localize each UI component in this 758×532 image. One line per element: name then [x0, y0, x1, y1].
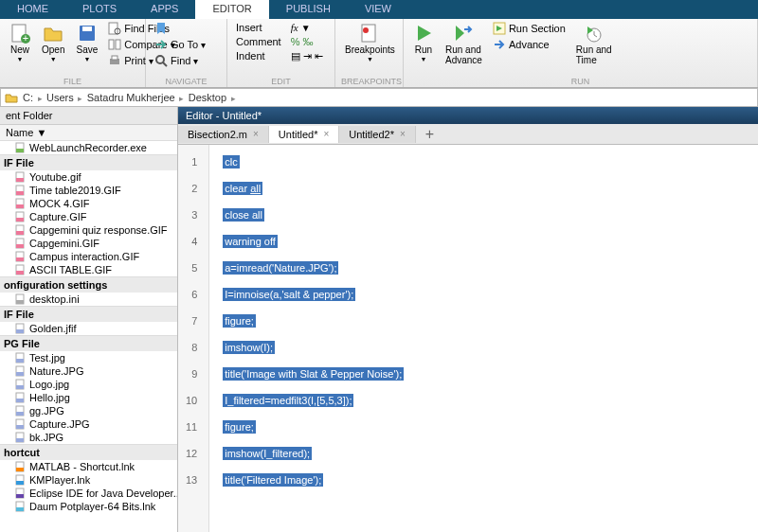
breadcrumb-item[interactable]: C:: [21, 92, 35, 103]
file-icon: [15, 418, 27, 430]
run-time-button[interactable]: Run and Time: [572, 21, 616, 67]
tab-plots[interactable]: PLOTS: [65, 0, 134, 19]
close-icon[interactable]: ×: [253, 129, 259, 139]
svg-rect-51: [16, 438, 24, 442]
file-icon: [15, 293, 27, 305]
file-item[interactable]: desktop.ini: [0, 293, 177, 306]
editor-tab[interactable]: Untitled*×: [269, 126, 339, 143]
main-tabs: HOMEPLOTSAPPSEDITORPUBLISHVIEW: [0, 0, 758, 19]
open-button[interactable]: Open▼: [38, 21, 68, 64]
editor-tab[interactable]: Untitled2*×: [339, 126, 416, 143]
file-icon: [15, 474, 27, 486]
file-item[interactable]: Campus interaction.GIF: [0, 250, 177, 263]
svg-rect-10: [112, 56, 117, 60]
tab-apps[interactable]: APPS: [134, 0, 195, 19]
editor-tab[interactable]: Bisection2.m×: [178, 126, 269, 143]
file-item[interactable]: Time table2019.GIF: [0, 184, 177, 197]
file-item[interactable]: bk.JPG: [0, 431, 177, 444]
file-item[interactable]: Logo.jpg: [0, 378, 177, 391]
advance-button[interactable]: Advance: [490, 37, 568, 52]
tab-publish[interactable]: PUBLISH: [269, 0, 348, 19]
fx-button[interactable]: fx ▼: [288, 21, 326, 34]
svg-rect-33: [16, 271, 24, 275]
breadcrumb-item[interactable]: Satadru Mukherjee: [85, 92, 177, 103]
run-section-button[interactable]: Run Section: [490, 21, 568, 36]
svg-rect-12: [362, 25, 375, 42]
breadcrumb: C: ▸ Users ▸ Satadru Mukherjee ▸ Desktop…: [0, 88, 758, 107]
file-item[interactable]: Daum Potplayer-64 Bits.lnk: [0, 500, 177, 513]
svg-rect-21: [16, 191, 24, 195]
file-icon: [15, 224, 27, 236]
indent-tools[interactable]: ▤ ⇥ ⇤: [288, 49, 326, 63]
navigate-group-label: NAVIGATE: [152, 76, 221, 86]
ribbon: +New▼ Open▼ Save▼ Find Files Compare ▾ P…: [0, 19, 758, 88]
file-icon: [15, 238, 27, 249]
file-icon: [15, 171, 27, 183]
close-icon[interactable]: ×: [323, 129, 329, 139]
file-item[interactable]: gg.JPG: [0, 404, 177, 417]
close-icon[interactable]: ×: [400, 129, 406, 139]
svg-rect-29: [16, 244, 24, 248]
bookmark-button[interactable]: [152, 21, 208, 36]
breadcrumb-item[interactable]: Users: [45, 92, 76, 103]
tab-view[interactable]: VIEW: [348, 0, 408, 19]
editor-title: Editor - Untitled*: [178, 107, 758, 124]
file-icon: [15, 405, 27, 417]
file-item[interactable]: Capgemini quiz response.GIF: [0, 223, 177, 237]
file-browser: ent Folder Name ▼ WebLaunchRecorder.exeI…: [0, 107, 178, 532]
file-item[interactable]: MOCK 4.GIF: [0, 197, 177, 210]
run-button[interactable]: Run▼: [409, 21, 438, 64]
find-button[interactable]: Find ▾: [152, 53, 208, 68]
file-item[interactable]: Eclipse IDE for Java Developer...: [0, 487, 177, 500]
tab-editor[interactable]: EDITOR: [195, 0, 268, 19]
file-icon: [15, 379, 27, 390]
file-icon: [15, 185, 27, 196]
save-button[interactable]: Save▼: [72, 21, 101, 64]
file-icon: [15, 392, 27, 403]
breakpoints-button[interactable]: Breakpoints▼: [341, 21, 399, 64]
file-icon: [15, 323, 27, 334]
file-item[interactable]: Capture.JPG: [0, 417, 177, 431]
file-item[interactable]: WebLaunchRecorder.exe: [0, 141, 177, 154]
svg-rect-35: [16, 300, 24, 304]
add-tab-button[interactable]: +: [416, 126, 443, 143]
file-item[interactable]: Nature.JPG: [0, 364, 177, 378]
run-advance-button[interactable]: Run and Advance: [442, 21, 486, 67]
file-icon: [15, 352, 27, 364]
file-item[interactable]: KMPlayer.lnk: [0, 473, 177, 487]
comment-tools[interactable]: % ‰: [288, 35, 326, 48]
insert-button[interactable]: Insert: [233, 21, 284, 34]
file-item[interactable]: Capgemini.GIF: [0, 237, 177, 250]
goto-button[interactable]: Go To ▾: [152, 37, 208, 52]
indent-button[interactable]: Indent: [233, 49, 284, 62]
file-item[interactable]: Hello.jpg: [0, 391, 177, 404]
code-area[interactable]: 12345678910111213 clcclear allclose allw…: [178, 145, 758, 532]
file-item[interactable]: Golden.jfif: [0, 322, 177, 335]
svg-rect-8: [116, 40, 120, 49]
svg-rect-49: [16, 425, 24, 429]
svg-rect-43: [16, 385, 24, 389]
folder-nav-icon[interactable]: [5, 91, 18, 104]
svg-rect-47: [16, 412, 24, 416]
file-item[interactable]: Test.jpg: [0, 351, 177, 364]
svg-rect-23: [16, 204, 24, 208]
breadcrumb-item[interactable]: Desktop: [187, 92, 228, 103]
svg-rect-17: [16, 149, 24, 152]
file-category: PG File: [0, 335, 177, 351]
line-gutter: 12345678910111213: [178, 145, 209, 532]
svg-point-13: [363, 27, 369, 33]
svg-rect-55: [16, 481, 24, 485]
file-item[interactable]: Capture.GIF: [0, 210, 177, 223]
new-button[interactable]: +New▼: [6, 21, 34, 64]
file-item[interactable]: Youtube.gif: [0, 170, 177, 184]
tab-home[interactable]: HOME: [0, 0, 65, 19]
file-icon: [15, 501, 27, 512]
name-column[interactable]: Name ▼: [0, 125, 177, 141]
file-category: IF File: [0, 154, 177, 170]
file-item[interactable]: MATLAB - Shortcut.lnk: [0, 460, 177, 473]
code-content[interactable]: clcclear allclose allwarning offa=imread…: [209, 145, 417, 532]
comment-button[interactable]: Comment: [233, 35, 284, 48]
svg-rect-37: [16, 329, 24, 333]
file-item[interactable]: ASCII TABLE.GIF: [0, 263, 177, 276]
edit-group-label: EDIT: [233, 76, 329, 86]
